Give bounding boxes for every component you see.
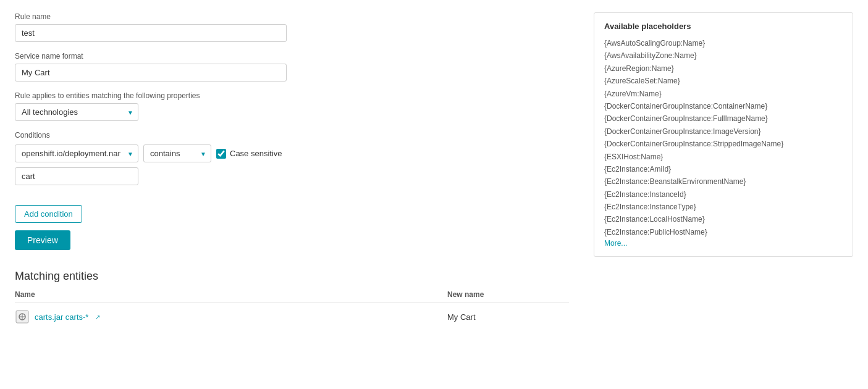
placeholder-item-15: {Ec2Instance:LocalHostName} (604, 213, 843, 225)
col-new-name-header: New name (447, 290, 569, 299)
placeholder-item-6: {DockerContainerGroupInstance:ContainerN… (604, 100, 843, 112)
condition-value-row (15, 167, 569, 185)
case-sensitive-wrap: Case sensitive (216, 149, 282, 159)
condition-operator-select[interactable]: contains equals starts with ends with no… (143, 144, 211, 162)
placeholder-item-7: {DockerContainerGroupInstance:FullImageN… (604, 112, 843, 125)
case-sensitive-label: Case sensitive (230, 149, 282, 158)
matching-entities-section: Matching entities Name New name (15, 270, 569, 328)
form-section: Rule name Service name format Rule appli… (15, 12, 569, 328)
external-link-icon: ↗ (95, 314, 100, 320)
placeholder-item-12: {Ec2Instance:BeanstalkEnvironmentName} (604, 175, 843, 188)
conditions-label: Conditions (15, 131, 569, 140)
condition-operator-wrap: contains equals starts with ends with no… (143, 144, 211, 162)
placeholder-item-4: {AzureScaleSet:Name} (604, 75, 843, 87)
placeholder-item-10: {ESXIHost:Name} (604, 151, 843, 163)
placeholder-item-1: {AwsAutoScalingGroup:Name} (604, 37, 843, 49)
service-name-format-label: Service name format (15, 52, 569, 61)
placeholder-item-14: {Ec2Instance:InstanceType} (604, 201, 843, 213)
placeholder-item-16: {Ec2Instance:PublicHostName} (604, 226, 843, 238)
rule-applies-label: Rule applies to entities matching the fo… (15, 91, 569, 100)
service-name-format-group: Service name format (15, 52, 569, 82)
service-name-format-input[interactable] (15, 64, 287, 82)
more-link[interactable]: More... (604, 239, 627, 248)
conditions-row: openshift.io/deployment.name (Kuber... ▼… (15, 144, 569, 162)
rule-name-label: Rule name (15, 12, 569, 21)
case-sensitive-checkbox[interactable] (216, 149, 226, 159)
placeholders-list: {AwsAutoScalingGroup:Name} {AwsAvailabil… (604, 37, 843, 238)
placeholder-item-11: {Ec2Instance:AmiId} (604, 163, 843, 175)
condition-property-select[interactable]: openshift.io/deployment.name (Kuber... (15, 144, 138, 162)
placeholder-item-13: {Ec2Instance:InstanceId} (604, 188, 843, 201)
technologies-select-wrap: All technologies Java .NET Node.js PHP P… (15, 103, 138, 121)
rule-name-group: Rule name (15, 12, 569, 42)
main-layout: Rule name Service name format Rule appli… (15, 12, 853, 328)
condition-property-wrap: openshift.io/deployment.name (Kuber... ▼ (15, 144, 138, 162)
col-name-header: Name (15, 290, 447, 299)
placeholder-item-5: {AzureVm:Name} (604, 88, 843, 100)
matching-entities-title: Matching entities (15, 270, 569, 283)
technologies-select[interactable]: All technologies Java .NET Node.js PHP P… (15, 103, 138, 121)
entity-new-name-cell: My Cart (447, 312, 569, 322)
rule-applies-group: Rule applies to entities matching the fo… (15, 91, 569, 121)
placeholder-item-8: {DockerContainerGroupInstance:ImageVersi… (604, 125, 843, 138)
placeholder-item-9: {DockerContainerGroupInstance:StrippedIm… (604, 138, 843, 150)
conditions-group: Conditions openshift.io/deployment.name … (15, 131, 569, 185)
placeholders-title: Available placeholders (604, 22, 843, 31)
table-header: Name New name (15, 290, 569, 303)
preview-button[interactable]: Preview (15, 230, 70, 250)
add-condition-button[interactable]: Add condition (15, 205, 82, 223)
entity-name-cell: carts.jar carts-* ↗ (15, 309, 447, 324)
entity-link[interactable]: carts.jar carts-* (35, 312, 88, 322)
condition-value-input[interactable] (15, 167, 138, 185)
placeholder-item-3: {AzureRegion:Name} (604, 62, 843, 75)
rule-name-input[interactable] (15, 24, 287, 42)
placeholder-item-2: {AwsAvailabilityZone:Name} (604, 49, 843, 62)
entity-service-icon (15, 309, 30, 324)
placeholders-panel: Available placeholders {AwsAutoScalingGr… (594, 12, 853, 257)
table-row: carts.jar carts-* ↗ My Cart (15, 306, 569, 328)
